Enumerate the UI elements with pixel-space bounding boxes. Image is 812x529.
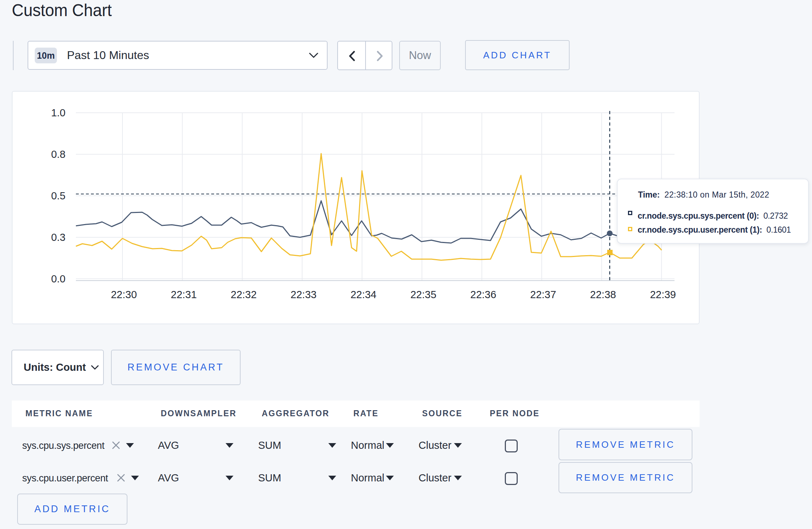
svg-text:22:38: 22:38 <box>590 289 616 300</box>
svg-text:22:32: 22:32 <box>231 289 257 300</box>
svg-text:22:33: 22:33 <box>291 289 317 300</box>
svg-text:22:39: 22:39 <box>650 289 676 300</box>
svg-text:0.8: 0.8 <box>51 149 66 160</box>
svg-text:22:30: 22:30 <box>111 289 137 300</box>
svg-text:22:37: 22:37 <box>530 289 556 300</box>
svg-text:0.0: 0.0 <box>51 273 66 285</box>
svg-text:22:35: 22:35 <box>410 289 436 300</box>
svg-text:0.3: 0.3 <box>51 232 66 243</box>
svg-text:22:36: 22:36 <box>470 289 497 300</box>
svg-text:0.5: 0.5 <box>51 190 66 202</box>
svg-text:22:31: 22:31 <box>171 289 197 300</box>
svg-text:1.0: 1.0 <box>51 107 66 118</box>
svg-text:22:34: 22:34 <box>351 289 377 300</box>
